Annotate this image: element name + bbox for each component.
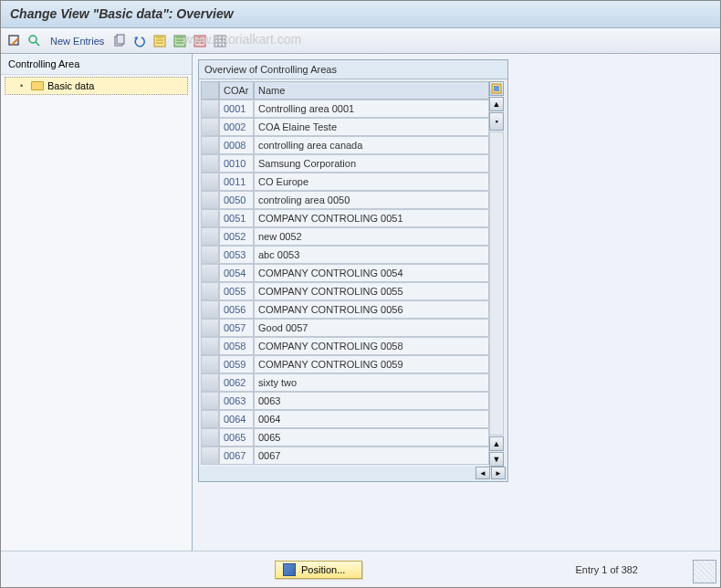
cell-coar[interactable]: 0064	[219, 410, 254, 428]
cell-name[interactable]: 0063	[254, 392, 489, 410]
row-selector[interactable]	[201, 209, 219, 227]
cell-coar[interactable]: 0062	[219, 373, 254, 392]
select-block-icon[interactable]	[172, 33, 188, 49]
table-row[interactable]: 0055COMPANY CONTROLING 0055	[201, 282, 489, 300]
grid-vertical-scrollbar[interactable]: ▲ ▪ ▲ ▼	[489, 81, 506, 467]
table-row[interactable]: 0058COMPANY CONTROLING 0058	[201, 337, 489, 355]
cell-coar[interactable]: 0053	[219, 246, 254, 264]
scroll-right-icon[interactable]: ►	[491, 467, 506, 479]
table-row[interactable]: 0056COMPANY CONTROLING 0056	[201, 300, 489, 319]
scroll-up-icon[interactable]: ▲	[489, 97, 504, 111]
cell-coar[interactable]: 0054	[219, 264, 254, 282]
row-selector[interactable]	[201, 392, 219, 410]
cell-name[interactable]: new 0052	[254, 227, 489, 246]
cell-coar[interactable]: 0055	[219, 282, 254, 300]
table-row[interactable]: 00650065	[201, 428, 489, 446]
scroll-thumb[interactable]: ▪	[489, 112, 504, 131]
table-row[interactable]: 00670067	[201, 446, 489, 465]
undo-change-icon[interactable]	[131, 33, 148, 49]
table-row[interactable]: 00640064	[201, 410, 489, 428]
cell-coar[interactable]: 0063	[219, 392, 254, 410]
table-row[interactable]: 0011CO Europe	[201, 173, 489, 191]
cell-coar[interactable]: 0065	[219, 428, 254, 446]
row-selector[interactable]	[201, 410, 219, 428]
cell-coar[interactable]: 0050	[219, 191, 254, 209]
scroll-left-icon[interactable]: ◄	[475, 467, 490, 479]
cell-name[interactable]: COA Elaine Teste	[254, 118, 489, 136]
table-row[interactable]: 0057Good 0057	[201, 319, 489, 337]
cell-coar[interactable]: 0010	[219, 154, 254, 173]
cell-name[interactable]: COMPANY CONTROLING 0055	[254, 282, 489, 300]
deselect-all-icon[interactable]	[192, 33, 208, 49]
scroll-page-up-icon[interactable]: ▲	[489, 436, 504, 451]
table-row[interactable]: 0050controling area 0050	[201, 191, 489, 209]
cell-coar[interactable]: 0001	[219, 100, 254, 118]
scroll-track[interactable]	[489, 131, 504, 436]
row-selector[interactable]	[201, 227, 219, 246]
table-row[interactable]: 0053abc 0053	[201, 246, 489, 264]
cell-name[interactable]: COMPANY CONTROLING 0056	[254, 300, 489, 319]
cell-coar[interactable]: 0067	[219, 446, 254, 465]
cell-coar[interactable]: 0059	[219, 355, 254, 373]
cell-name[interactable]: COMPANY CONTROLING 0058	[254, 337, 489, 355]
row-selector[interactable]	[201, 428, 219, 446]
row-selector[interactable]	[201, 446, 219, 465]
cell-name[interactable]: Good 0057	[254, 319, 489, 337]
cell-name[interactable]: Samsung Corporation	[254, 154, 489, 173]
cell-coar[interactable]: 0057	[219, 319, 254, 337]
cell-coar[interactable]: 0052	[219, 227, 254, 246]
table-row[interactable]: 0008controlling area canada	[201, 136, 489, 154]
copy-as-icon[interactable]	[111, 33, 128, 49]
row-selector[interactable]	[201, 173, 219, 191]
resize-handle-icon[interactable]	[693, 560, 716, 583]
cell-name[interactable]: COMPANY CONTROLING 0059	[254, 355, 489, 373]
row-selector[interactable]	[201, 154, 219, 173]
select-all-icon[interactable]	[152, 33, 168, 49]
table-row[interactable]: 0054COMPANY CONTROLING 0054	[201, 264, 489, 282]
cell-coar[interactable]: 0011	[219, 173, 254, 191]
table-row[interactable]: 0001Controlling area 0001	[201, 100, 489, 118]
row-selector[interactable]	[201, 246, 219, 264]
table-row[interactable]: 0062sixty two	[201, 373, 489, 392]
table-row[interactable]: 0059COMPANY CONTROLING 0059	[201, 355, 489, 373]
table-row[interactable]: 0010Samsung Corporation	[201, 154, 489, 173]
grid-header-name[interactable]: Name	[254, 81, 489, 100]
cell-name[interactable]: Controlling area 0001	[254, 100, 489, 118]
table-row[interactable]: 0002COA Elaine Teste	[201, 118, 489, 136]
position-button[interactable]: Position...	[275, 561, 362, 579]
cell-name[interactable]: 0064	[254, 410, 489, 428]
row-selector[interactable]	[201, 337, 219, 355]
grid-horizontal-scrollbar[interactable]: ◄ ►	[199, 467, 507, 481]
row-selector[interactable]	[201, 264, 219, 282]
row-selector[interactable]	[201, 300, 219, 319]
find-icon[interactable]	[26, 33, 43, 49]
nav-item-basic-data[interactable]: • Basic data	[5, 77, 188, 95]
table-row[interactable]: 0051COMPANY CONTROLING 0051	[201, 209, 489, 227]
cell-name[interactable]: controling area 0050	[254, 191, 489, 209]
toggle-display-change-icon[interactable]	[6, 33, 23, 49]
new-entries-button[interactable]: New Entries	[47, 36, 108, 47]
cell-name[interactable]: COMPANY CONTROLING 0051	[254, 209, 489, 227]
cell-coar[interactable]: 0051	[219, 209, 254, 227]
cell-name[interactable]: 0065	[254, 428, 489, 446]
cell-name[interactable]: COMPANY CONTROLING 0054	[254, 264, 489, 282]
cell-coar[interactable]: 0058	[219, 337, 254, 355]
row-selector[interactable]	[201, 355, 219, 373]
grid-header-coar[interactable]: COAr	[219, 81, 254, 100]
cell-name[interactable]: sixty two	[254, 373, 489, 392]
scroll-down-icon[interactable]: ▼	[489, 452, 504, 467]
cell-coar[interactable]: 0002	[219, 118, 254, 136]
row-selector[interactable]	[201, 118, 219, 136]
grid-config-icon[interactable]	[489, 81, 504, 96]
table-row[interactable]: 0052new 0052	[201, 227, 489, 246]
cell-name[interactable]: CO Europe	[254, 173, 489, 191]
cell-name[interactable]: abc 0053	[254, 246, 489, 264]
row-selector[interactable]	[201, 282, 219, 300]
table-settings-icon[interactable]	[212, 33, 228, 49]
row-selector[interactable]	[201, 373, 219, 392]
row-selector[interactable]	[201, 191, 219, 209]
row-selector[interactable]	[201, 319, 219, 337]
cell-name[interactable]: controlling area canada	[254, 136, 489, 154]
cell-coar[interactable]: 0008	[219, 136, 254, 154]
table-row[interactable]: 00630063	[201, 392, 489, 410]
